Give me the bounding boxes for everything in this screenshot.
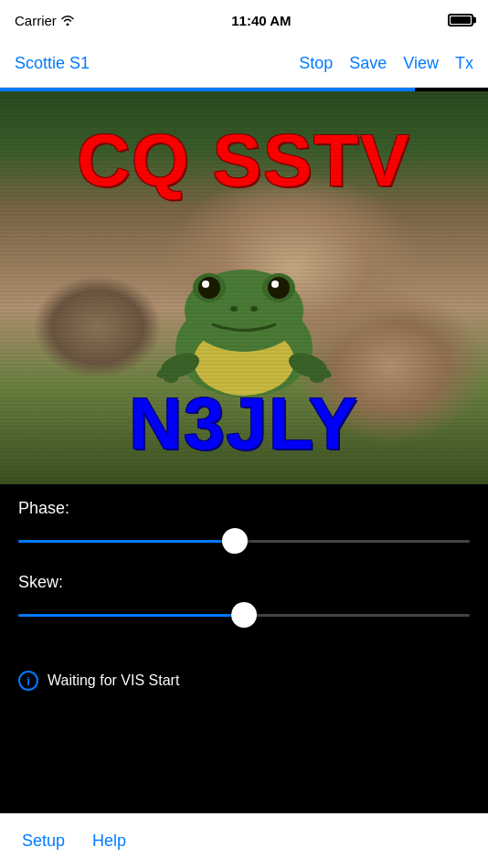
- tx-button[interactable]: Tx: [455, 54, 473, 73]
- help-button[interactable]: Help: [92, 831, 126, 851]
- status-message-row: i Waiting for VIS Start: [0, 662, 488, 700]
- cq-sstv-text: CQ SSTV: [77, 119, 410, 203]
- time-display: 11:40 AM: [231, 13, 291, 28]
- skew-control: Skew:: [18, 573, 470, 629]
- phase-slider-fill: [18, 540, 235, 543]
- svg-point-5: [198, 277, 220, 299]
- stop-button[interactable]: Stop: [299, 54, 333, 73]
- svg-point-7: [202, 281, 209, 288]
- phase-slider-track: [18, 540, 470, 543]
- carrier-label: Carrier: [15, 13, 57, 28]
- wifi-icon: [60, 15, 75, 26]
- status-text: Waiting for VIS Start: [48, 672, 179, 689]
- skew-slider-track: [18, 614, 470, 617]
- nav-actions: Stop Save View Tx: [299, 54, 473, 73]
- status-bar: Carrier 11:40 AM: [0, 0, 488, 40]
- save-button[interactable]: Save: [349, 54, 387, 73]
- controls-area: Phase: Skew:: [0, 484, 488, 662]
- callsign-text: N3JLY: [129, 382, 359, 466]
- svg-point-8: [271, 281, 279, 288]
- battery-indicator: [448, 14, 473, 26]
- frog-image: [143, 238, 345, 402]
- sstv-image-area: CQ SSTV N3JLY: [0, 91, 488, 484]
- phase-slider-container: [18, 527, 470, 555]
- mode-title[interactable]: Scottie S1: [15, 54, 90, 73]
- phase-label: Phase:: [18, 499, 470, 518]
- skew-label: Skew:: [18, 573, 470, 592]
- skew-slider-container: [18, 601, 470, 629]
- skew-slider-thumb[interactable]: [231, 602, 257, 628]
- info-icon[interactable]: i: [18, 671, 38, 691]
- phase-control: Phase:: [18, 499, 470, 555]
- svg-point-15: [230, 306, 238, 312]
- svg-point-16: [250, 306, 258, 312]
- setup-button[interactable]: Setup: [22, 831, 65, 851]
- phase-slider-thumb[interactable]: [222, 528, 248, 554]
- view-button[interactable]: View: [403, 54, 439, 73]
- nav-bar: Scottie S1 Stop Save View Tx: [0, 40, 488, 88]
- svg-point-6: [268, 277, 290, 299]
- skew-slider-fill: [18, 614, 244, 617]
- bottom-nav: Setup Help: [0, 813, 488, 868]
